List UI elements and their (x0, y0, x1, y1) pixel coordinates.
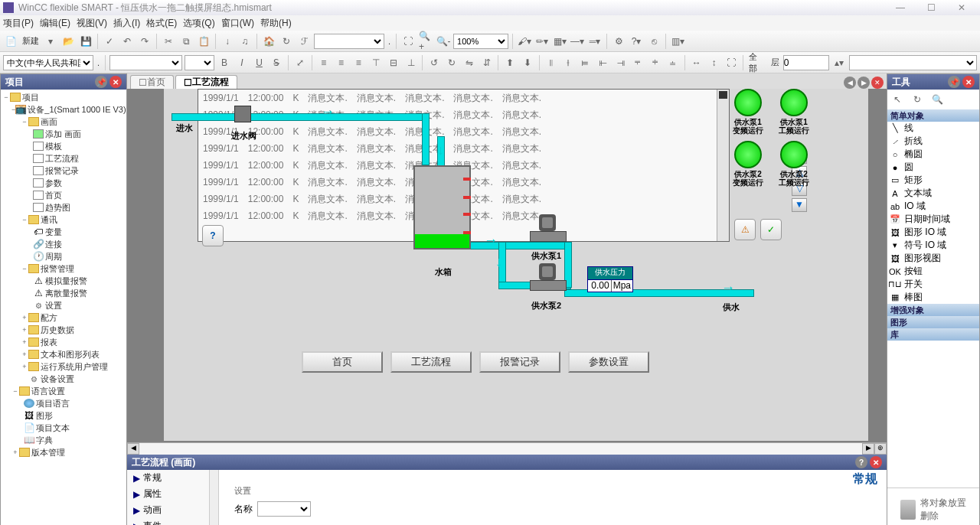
align-right-icon[interactable]: ≡ (351, 55, 366, 70)
alarm-info-button[interactable]: ? (202, 225, 224, 246)
menu-options[interactable]: 选项(Q) (183, 17, 214, 30)
canvas-hscroll[interactable]: ◀▶⊕ (127, 442, 887, 455)
tool-图形 IO 域[interactable]: 🖼图形 IO 域 (887, 226, 979, 239)
tool-按钮[interactable]: OK按钮 (887, 265, 979, 278)
fill-color-button[interactable]: 🖌▾ (517, 34, 532, 49)
tree-version[interactable]: +版本管理 (2, 446, 125, 458)
tree-tags[interactable]: 🏷变量 (2, 226, 125, 238)
align-left-icon[interactable]: ≡ (316, 55, 332, 70)
props-tab-attr[interactable]: ▶属性 (127, 486, 218, 502)
fontsize-combo[interactable] (185, 55, 214, 70)
pin-icon[interactable]: 📌 (948, 76, 960, 88)
exit-icon[interactable]: ⎋ (646, 34, 662, 49)
menu-view[interactable]: 视图(V) (77, 17, 107, 30)
tools-cat-gfx[interactable]: 图形 (887, 316, 979, 328)
tools-cat-simple[interactable]: 简单对象 (887, 109, 979, 122)
redo-button[interactable]: ↷ (137, 34, 152, 49)
tree-projlang[interactable]: 项目语言 (2, 397, 125, 409)
tool-开关[interactable]: ⊓⊔开关 (887, 278, 979, 291)
bold-button[interactable]: B (217, 55, 232, 70)
tab-close-icon[interactable]: ✕ (871, 77, 884, 89)
close-button[interactable]: ✕ (946, 2, 977, 13)
tree-add-screen[interactable]: 添加 画面 (2, 128, 125, 140)
tools-cat-lib[interactable]: 库 (887, 328, 979, 341)
align-obj-l-icon[interactable]: ⫢ (578, 55, 593, 70)
nav-param-button[interactable]: 参数设置 (568, 351, 649, 373)
close-icon[interactable]: ✕ (962, 76, 975, 88)
align-center-icon[interactable]: ≡ (334, 55, 349, 70)
props-name-combo[interactable] (257, 501, 311, 517)
menu-project[interactable]: 项目(P) (3, 17, 34, 30)
tool-线[interactable]: ╲线 (887, 122, 979, 135)
tools-cat-adv[interactable]: 增强对象 (887, 304, 979, 316)
same-height-icon[interactable]: ↕ (707, 55, 722, 70)
align-obj-t-icon[interactable]: ⫧ (631, 55, 646, 70)
tree-params[interactable]: 参数 (2, 177, 125, 189)
menu-insert[interactable]: 插入(I) (113, 17, 140, 30)
tool-符号 IO 域[interactable]: ▾符号 IO 域 (887, 239, 979, 252)
line-style-button[interactable]: —▾ (570, 34, 585, 49)
zoom-out-button[interactable]: 🔍- (436, 34, 451, 49)
zoom-combo[interactable]: 100% (453, 34, 508, 49)
rotate-tool-icon[interactable]: ↻ (910, 92, 925, 107)
send-back-icon[interactable]: ⬇ (520, 55, 535, 70)
line-weight-button[interactable]: ═▾ (587, 34, 603, 49)
bring-front-icon[interactable]: ⬆ (502, 55, 518, 70)
help-icon[interactable]: ? (855, 456, 867, 468)
tool-图形视图[interactable]: 🖼图形视图 (887, 252, 979, 265)
tree-process[interactable]: 工艺流程 (2, 152, 125, 165)
tree-cycles[interactable]: 🕐周期 (2, 250, 125, 262)
align-middle-icon[interactable]: ⊟ (386, 55, 401, 70)
alarm-scroll-down[interactable]: ▼ (792, 198, 807, 212)
minimize-button[interactable]: — (885, 2, 916, 13)
tree-projtext[interactable]: 📄项目文本 (2, 422, 125, 434)
close-icon[interactable]: ✕ (870, 456, 882, 468)
open-button[interactable]: 📂 (60, 34, 76, 49)
align-top-icon[interactable]: ⊤ (368, 55, 384, 70)
delete-dropzone[interactable]: 将对象放置 删除 (887, 488, 979, 525)
zoom-fit-button[interactable]: ⛶ (400, 34, 416, 49)
menu-edit[interactable]: 编辑(E) (40, 17, 70, 30)
transfer-button[interactable]: ♫ (237, 34, 253, 49)
pin-icon[interactable]: 📌 (95, 76, 107, 88)
tree-template[interactable]: 模板 (2, 140, 125, 152)
tree-useradmin[interactable]: +运行系统用户管理 (2, 360, 125, 373)
align-obj-b-icon[interactable]: ⫨ (665, 55, 681, 70)
undo-button[interactable]: ↶ (119, 34, 135, 49)
tree-analog-alarm[interactable]: ⚠模拟量报警 (2, 275, 125, 287)
tool-文本域[interactable]: A文本域 (887, 187, 979, 200)
tree-discrete-alarm[interactable]: ⚠离散量报警 (2, 287, 125, 299)
strike-button[interactable]: S̶ (269, 55, 284, 70)
download-button[interactable]: ↓ (220, 34, 235, 49)
project-tree[interactable]: −项目 −📺设备_1(Smart 1000 IE V3) −画面 添加 画面 模… (1, 90, 126, 525)
menu-window[interactable]: 窗口(W) (221, 17, 254, 30)
alarm-ack-button[interactable]: ⚠ (734, 219, 756, 240)
window-icon[interactable]: ▥▾ (670, 34, 685, 49)
layer-combo[interactable] (849, 55, 978, 70)
tool-圆[interactable]: ●圆 (887, 161, 979, 174)
tree-connections[interactable]: 🔗连接 (2, 238, 125, 250)
same-width-icon[interactable]: ↔ (689, 55, 704, 70)
pointer-tool-icon[interactable]: ↖ (890, 92, 905, 107)
tab-next-icon[interactable]: ▶ (858, 77, 870, 89)
zoom-in-button[interactable]: 🔍+ (418, 34, 433, 49)
tab-home[interactable]: ☐ 首页 (130, 75, 174, 89)
tab-prev-icon[interactable]: ◀ (844, 77, 856, 89)
close-icon[interactable]: ✕ (109, 76, 122, 88)
align-obj-r-icon[interactable]: ⫣ (613, 55, 629, 70)
find-button[interactable]: ℱ (296, 34, 312, 49)
screen-canvas[interactable]: 1999/1/112:00:00K消息文本.消息文本.消息文本.消息文本.消息文… (127, 89, 887, 442)
tree-history[interactable]: +历史数据 (2, 324, 125, 336)
tree-recipe[interactable]: +配方 (2, 311, 125, 324)
tree-devset[interactable]: 设备设置 (2, 373, 125, 385)
layer-input[interactable] (783, 55, 829, 70)
tree-dict[interactable]: 📖字典 (2, 434, 125, 446)
rotate-right-icon[interactable]: ↻ (444, 55, 459, 70)
tab-process[interactable]: ☐ 工艺流程 (175, 75, 237, 89)
props-tab-event[interactable]: ▶事件 (127, 518, 218, 525)
find-combo[interactable] (314, 34, 384, 49)
flip-h-icon[interactable]: ⇋ (462, 55, 477, 70)
options-icon[interactable]: ⚙ (611, 34, 626, 49)
rotate-left-icon[interactable]: ↺ (426, 55, 442, 70)
compile-button[interactable]: ✓ (102, 34, 117, 49)
